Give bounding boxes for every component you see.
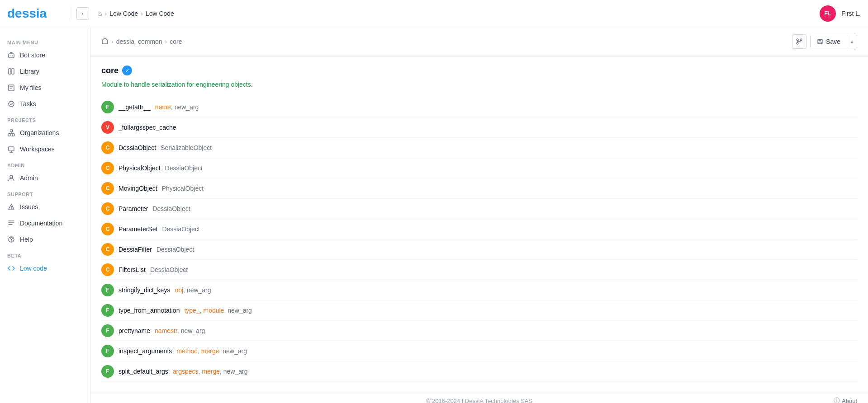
back-button[interactable]: ‹ [76, 7, 89, 20]
item-badge-f: F [101, 284, 114, 296]
breadcrumb: › dessia_common › core [101, 37, 182, 46]
table-row[interactable]: F split_default_args argspecs, merge, ne… [101, 361, 857, 382]
sidebar-item-bot-store[interactable]: Bot store [0, 47, 90, 63]
workspaces-icon [7, 145, 15, 153]
sidebar-item-tasks[interactable]: Tasks [0, 96, 90, 112]
sidebar-label-my-files: My files [20, 84, 41, 91]
table-row[interactable]: V _fullargsspec_cache [101, 117, 857, 138]
divider [69, 7, 69, 20]
item-name: DessiaFilter [119, 246, 152, 253]
admin-label: Admin [0, 157, 90, 170]
save-label: Save [826, 38, 840, 45]
sidebar-label-documentation: Documentation [20, 220, 62, 227]
table-row[interactable]: C ParameterSet DessiaObject [101, 219, 857, 239]
svg-rect-7 [8, 134, 10, 136]
item-name: inspect_arguments [119, 347, 172, 355]
organizations-icon [7, 129, 15, 137]
save-dropdown-button[interactable]: ▾ [847, 36, 857, 48]
breadcrumb-dessia-common[interactable]: dessia_common [116, 38, 162, 45]
nav-breadcrumb-2[interactable]: Low Code [146, 10, 174, 17]
item-badge-c: C [101, 263, 114, 276]
table-row[interactable]: C DessiaFilter DessiaObject [101, 239, 857, 260]
item-badge-v: V [101, 121, 114, 134]
nav-sep-2: › [141, 10, 143, 17]
svg-point-11 [10, 175, 13, 178]
sidebar-item-documentation[interactable]: Documentation [0, 215, 90, 231]
sidebar-item-workspaces[interactable]: Workspaces [0, 141, 90, 157]
user-avatar[interactable]: FL [820, 5, 836, 22]
content-header: › dessia_common › core Save ▾ [90, 27, 868, 56]
svg-rect-9 [12, 134, 14, 136]
svg-rect-8 [10, 130, 13, 132]
table-row[interactable]: F __getattr__ name, new_arg [101, 97, 857, 117]
table-row[interactable]: C MovingObject PhysicalObject [101, 178, 857, 199]
module-badge[interactable]: ✓ [122, 66, 132, 75]
support-label: Support [0, 186, 90, 199]
sidebar-item-issues[interactable]: Issues [0, 199, 90, 215]
bot-store-icon [7, 51, 15, 59]
sidebar-item-low-code[interactable]: Low code [0, 260, 90, 276]
home-icon[interactable]: ⌂ [98, 10, 102, 17]
about-link[interactable]: ⓘ About [605, 397, 857, 403]
breadcrumb-sep-1: › [111, 38, 114, 45]
tasks-icon [7, 100, 15, 108]
sidebar-item-library[interactable]: Library [0, 63, 90, 80]
breadcrumb-sep-2: › [165, 38, 167, 45]
branch-button[interactable] [792, 34, 806, 49]
svg-rect-0 [9, 54, 14, 58]
item-badge-f: F [101, 345, 114, 357]
item-badge-c: C [101, 243, 114, 256]
logo-text: dessia [7, 6, 47, 21]
table-row[interactable]: F type_from_annotation type_, module, ne… [101, 300, 857, 321]
sidebar-item-my-files[interactable]: My files [0, 80, 90, 96]
topbar: dessia ‹ ⌂ › Low Code › Low Code FL Firs… [0, 0, 868, 27]
topbar-nav: ⌂ › Low Code › Low Code [93, 10, 816, 17]
module-section: core ✓ Module to handle serialization fo… [90, 56, 868, 391]
about-label: About [842, 398, 857, 403]
item-params: DessiaObject [162, 225, 199, 233]
item-name: ParameterSet [119, 225, 157, 233]
item-badge-c: C [101, 162, 114, 174]
module-title-row: core ✓ [101, 66, 857, 75]
documentation-icon [7, 219, 15, 227]
admin-icon [7, 174, 15, 182]
item-name: __getattr__ [119, 103, 151, 111]
my-files-icon [7, 84, 15, 92]
save-button-group: Save ▾ [810, 35, 857, 48]
module-description: Module to handle serialization for engin… [101, 81, 857, 88]
main-menu-label: Main menu [0, 34, 90, 47]
item-name: MovingObject [119, 185, 157, 192]
sidebar-label-library: Library [20, 68, 39, 75]
item-list: F __getattr__ name, new_arg V _fullargss… [101, 97, 857, 382]
item-name: prettyname [119, 327, 150, 334]
item-badge-f: F [101, 101, 114, 113]
breadcrumb-home-icon[interactable] [101, 37, 109, 46]
table-row[interactable]: C FiltersList DessiaObject [101, 260, 857, 280]
item-badge-c: C [101, 141, 114, 154]
item-params: namestr, new_arg [155, 327, 205, 334]
table-row[interactable]: F stringify_dict_keys obj, new_arg [101, 280, 857, 300]
breadcrumb-core[interactable]: core [170, 38, 182, 45]
table-row[interactable]: C PhysicalObject DessiaObject [101, 158, 857, 178]
table-row[interactable]: F prettyname namestr, new_arg [101, 321, 857, 341]
table-row[interactable]: C Parameter DessiaObject [101, 199, 857, 219]
item-badge-c: C [101, 182, 114, 195]
sidebar-label-help: Help [20, 236, 33, 243]
sidebar-item-help[interactable]: Help [0, 231, 90, 248]
issues-icon [7, 203, 15, 211]
nav-breadcrumb-1[interactable]: Low Code [109, 10, 138, 17]
sidebar-label-low-code: Low code [20, 265, 47, 272]
table-row[interactable]: C DessiaObject SerializableObject [101, 138, 857, 158]
save-button[interactable]: Save [811, 35, 847, 48]
table-row[interactable]: F inspect_arguments method, merge, new_a… [101, 341, 857, 361]
svg-rect-18 [819, 42, 821, 44]
svg-point-13 [11, 241, 12, 242]
sidebar-label-bot-store: Bot store [20, 52, 45, 59]
sidebar-item-organizations[interactable]: Organizations [0, 125, 90, 141]
module-title: core [101, 66, 119, 75]
item-params: method, merge, new_arg [176, 347, 247, 355]
item-params: DessiaObject [150, 266, 188, 273]
sidebar-item-admin[interactable]: Admin [0, 170, 90, 186]
item-params: name, new_arg [155, 103, 199, 111]
item-params: type_, module, new_arg [184, 307, 251, 314]
